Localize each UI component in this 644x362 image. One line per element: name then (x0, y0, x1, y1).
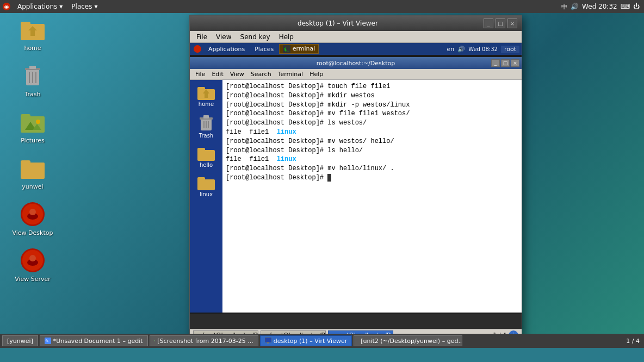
svg-rect-40 (197, 148, 205, 152)
sidebar-home[interactable]: home (190, 83, 222, 109)
svg-rect-9 (29, 66, 36, 69)
redhat-logo-2 (21, 248, 45, 272)
inner-places-menu[interactable]: Places (250, 45, 278, 54)
terminal-output[interactable]: [root@localhost Desktop]# touch file fil… (222, 80, 522, 313)
term-line-2: [root@localhost Desktop]# mkdir westos (226, 91, 518, 101)
minimize-button[interactable]: _ (484, 18, 493, 28)
term-line-3: [root@localhost Desktop]# mkdir -p westo… (226, 101, 518, 110)
svg-rect-35 (203, 115, 209, 118)
svg-text:$_: $_ (284, 47, 289, 52)
sidebar-hello-icon (197, 146, 215, 161)
sidebar-hello-label: hello (200, 162, 213, 168)
term-menu-help[interactable]: Help (306, 71, 326, 78)
keyboard-icon: ⌨ (621, 3, 630, 10)
term-menu-edit[interactable]: Edit (208, 71, 226, 78)
svg-rect-19 (21, 160, 30, 165)
term-menu-view[interactable]: View (227, 71, 247, 78)
svg-rect-14 (21, 114, 30, 118)
term-menu-terminal[interactable]: Terminal (275, 71, 307, 78)
virt-menu-file[interactable]: File (192, 33, 212, 41)
svg-rect-30 (197, 87, 205, 91)
redhat-svg-1 (22, 203, 44, 225)
svg-point-26 (194, 45, 201, 53)
inner-applications-menu[interactable]: Applications (204, 45, 249, 54)
close-button[interactable]: × (507, 18, 517, 28)
applications-label: Applications (17, 3, 57, 10)
inner-layout: home Trash (190, 80, 522, 313)
yunwei-folder-svg (21, 157, 45, 179)
svg-rect-4 (21, 22, 30, 26)
yunwei-folder-icon[interactable]: yunwei (11, 155, 54, 190)
sidebar-linux[interactable]: linux (190, 173, 222, 199)
places-label: Places (71, 3, 92, 10)
svg-rect-32 (205, 93, 208, 98)
virt-menu-sendkey[interactable]: Send key (236, 33, 275, 41)
taskbar-screenshot-label: [Screenshot from 2017-03-25 ... (157, 338, 253, 345)
term-line-4: [root@localhost Desktop]# mv file file1 … (226, 109, 518, 118)
applications-menu[interactable]: Applications ▾ (13, 0, 67, 13)
maximize-button[interactable]: □ (496, 18, 505, 28)
term-line-7: [root@localhost Desktop]# mv westos/ hel… (226, 137, 518, 146)
svg-text:◉: ◉ (4, 4, 9, 10)
taskbar-unit2[interactable]: ✎ [unit2 (~/Desktop/yunwei) – ged... (354, 335, 462, 346)
term-menu-search[interactable]: Search (247, 71, 275, 78)
inner-maximize-btn[interactable]: □ (501, 59, 510, 67)
top-panel-right: 中 🔊 Wed 20:32 ⌨ ⏻ (561, 3, 644, 11)
taskbar-unit2-label: [unit2 (~/Desktop/yunwei) – ged... (361, 338, 462, 345)
volume-icon[interactable]: 🔊 (571, 3, 579, 10)
yunwei-label: yunwei (22, 183, 43, 190)
svg-point-25 (29, 255, 36, 261)
power-icon[interactable]: ⏻ (633, 3, 640, 10)
page-text: 1 / 4 (626, 338, 640, 345)
inner-lang: en (444, 46, 456, 53)
term-line-1: [root@localhost Desktop]# touch file fil… (226, 82, 518, 91)
home-label: home (24, 45, 41, 52)
view-desktop-icon[interactable]: View Desktop (11, 201, 54, 236)
inner-term-title: root@localhost:~/Desktop (317, 60, 395, 67)
svg-rect-50 (265, 338, 271, 342)
trash-icon[interactable]: Trash (11, 63, 54, 98)
taskbar-screenshot[interactable]: [Screenshot from 2017-03-25 ... (150, 335, 258, 346)
virt-viewer-window: desktop (1) – Virt Viewer _ □ × File Vie… (189, 15, 522, 341)
inner-terminal-btn[interactable]: $_ erminal (279, 44, 319, 54)
inner-term-menubar: File Edit View Search Terminal Help (190, 69, 522, 80)
inner-term-titlebar: root@localhost:~/Desktop _ □ × (190, 57, 522, 69)
taskbar-gedit[interactable]: ✎ *Unsaved Document 1 – gedit (40, 335, 148, 346)
trash-svg (22, 64, 44, 88)
taskbar-yunwei[interactable]: [yunwei] (2, 335, 38, 346)
cursor (327, 174, 331, 182)
term-line-5: [root@localhost Desktop]# ls westos/ (226, 118, 518, 128)
sidebar-linux-icon (197, 175, 215, 190)
places-menu[interactable]: Places ▾ (67, 0, 102, 13)
term-line-9: file file1 linux (226, 155, 518, 164)
inner-gnome-panel: Applications Places $_ erminal en 🔊 Wed … (190, 43, 522, 55)
taskbar-gedit-label: *Unsaved Document 1 – gedit (53, 338, 143, 345)
term-cyan-linux1: linux (277, 128, 296, 136)
virt-menu-view[interactable]: View (212, 33, 236, 41)
inner-redhat-icon (193, 45, 202, 53)
desktop: ◉ Applications ▾ Places ▾ 中 🔊 Wed 20:32 … (0, 0, 644, 348)
taskbar-virtviewer[interactable]: desktop (1) – Virt Viewer (260, 335, 352, 346)
sidebar-hello[interactable]: hello (190, 143, 222, 170)
gedit-icon: ✎ (45, 338, 51, 344)
view-server-icon[interactable]: View Server (11, 247, 54, 283)
inner-minimize-btn[interactable]: _ (491, 59, 500, 67)
applications-arrow: ▾ (59, 3, 63, 10)
places-arrow: ▾ (95, 3, 98, 10)
virt-menu-help[interactable]: Help (275, 33, 298, 41)
term-line-11: [root@localhost Desktop]# (226, 173, 518, 183)
clock: Wed 20:32 (582, 3, 617, 10)
sidebar-trash[interactable]: Trash (190, 112, 222, 141)
svg-text:✎: ✎ (45, 339, 49, 344)
inner-close-btn[interactable]: × (511, 59, 519, 67)
term-line-8: [root@localhost Desktop]# ls hello/ (226, 146, 518, 155)
svg-rect-13 (21, 116, 45, 133)
term-menu-file[interactable]: File (192, 71, 208, 78)
home-icon[interactable]: home (11, 16, 54, 52)
desktop-icons: home Trash (11, 16, 54, 283)
term-line-6: file file1 linux (226, 128, 518, 137)
term-line-10: [root@localhost Desktop]# mv hello/linux… (226, 164, 518, 173)
pictures-icon[interactable]: Pictures (11, 109, 54, 144)
svg-point-22 (29, 209, 36, 215)
sidebar-linux-label: linux (200, 191, 213, 197)
